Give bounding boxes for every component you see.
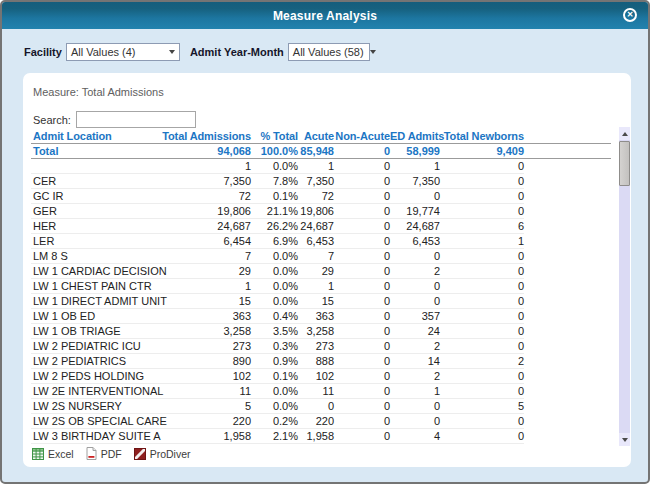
cell-pct-total: 0.1% [251,368,298,383]
cell-admit-location: LW 1 DIRECT ADMIT UNIT [31,293,156,308]
cell-filler [524,263,611,278]
column-header-pct-total[interactable]: % Total [251,129,298,143]
column-header-filler [524,129,611,143]
cell-filler [524,323,611,338]
chevron-down-icon [169,50,175,54]
export-excel-label: Excel [48,448,74,460]
cell-ed-admits: 6,453 [390,233,440,248]
cell-ed-admits: 1 [390,383,440,398]
column-header-total-newborns[interactable]: Total Newborns [440,129,524,143]
table-row[interactable]: 1 0.0% 1 0 1 0 [31,158,611,173]
cell-ed-admits: 24,687 [390,218,440,233]
cell-pct-total: 0.2% [251,413,298,428]
export-prodiver-link[interactable]: ProDiver [134,448,191,460]
export-prodiver-label: ProDiver [150,448,191,460]
column-header-ed-admits[interactable]: ED Admits [390,129,440,143]
table-row[interactable]: LW 1 DIRECT ADMIT UNIT 15 0.0% 15 0 0 0 [31,293,611,308]
table-row[interactable]: LW 1 CARDIAC DECISION 29 0.0% 29 0 2 0 [31,263,611,278]
cell-non-acute: 0 [334,233,390,248]
export-excel-link[interactable]: Excel [32,448,74,460]
cell-filler [524,248,611,263]
pdf-icon [86,447,97,460]
cell-filler [524,173,611,188]
total-cell-non-acute: 0 [334,143,390,158]
cell-ed-admits: 19,774 [390,203,440,218]
scrollbar-thumb[interactable] [619,141,630,186]
table-row[interactable]: LW 1 OB ED 363 0.4% 363 0 357 0 [31,308,611,323]
cell-admit-location: GC IR [31,188,156,203]
table-row[interactable]: LW 2E INTERVENTIONAL 11 0.0% 11 0 1 0 [31,383,611,398]
vertical-scrollbar[interactable] [619,127,630,446]
excel-icon [32,448,44,460]
column-header-admit-location[interactable]: Admit Location [31,129,156,143]
cell-total-admissions: 15 [156,293,251,308]
cell-acute: 1 [298,278,334,293]
admit-year-month-dropdown[interactable]: All Values (58) [288,43,370,61]
cell-filler [524,293,611,308]
scroll-down-icon[interactable] [619,433,630,446]
cell-total-newborns: 0 [440,413,524,428]
cell-acute: 15 [298,293,334,308]
cell-total-newborns: 0 [440,203,524,218]
scroll-up-icon[interactable] [619,127,630,140]
cell-admit-location: LW 2 PEDIATRIC ICU [31,338,156,353]
cell-total-admissions: 1 [156,278,251,293]
cell-total-admissions: 19,806 [156,203,251,218]
table-row[interactable]: LW 1 CHEST PAIN CTR 1 0.0% 1 0 0 0 [31,278,611,293]
admit-year-month-dropdown-value: All Values (58) [293,46,364,58]
cell-acute: 1 [298,158,334,173]
cell-total-admissions: 24,687 [156,218,251,233]
close-icon[interactable]: ✕ [623,8,637,22]
cell-pct-total: 3.5% [251,323,298,338]
cell-pct-total: 26.2% [251,218,298,233]
cell-non-acute: 0 [334,428,390,443]
table-row[interactable]: LW 2 PEDIATRICS 890 0.9% 888 0 14 2 [31,353,611,368]
cell-ed-admits: 0 [390,278,440,293]
table-row[interactable]: GER 19,806 21.1% 19,806 0 19,774 0 [31,203,611,218]
cell-filler [524,188,611,203]
cell-acute: 7,350 [298,173,334,188]
cell-pct-total: 0.4% [251,308,298,323]
cell-acute: 273 [298,338,334,353]
table-row[interactable]: LER 6,454 6.9% 6,453 0 6,453 1 [31,233,611,248]
table-row[interactable]: LW 2 PEDS HOLDING 102 0.1% 102 0 2 0 [31,368,611,383]
cell-acute: 363 [298,308,334,323]
table-row[interactable]: CER 7,350 7.8% 7,350 0 7,350 0 [31,173,611,188]
cell-total-admissions: 6,454 [156,233,251,248]
cell-admit-location: LM 8 S [31,248,156,263]
export-bar: Excel PDF ProDiver [32,447,203,460]
facility-dropdown[interactable]: All Values (4) [66,43,180,61]
search-input[interactable] [76,111,196,128]
column-header-acute[interactable]: Acute [298,129,334,143]
cell-total-admissions: 1,958 [156,428,251,443]
cell-pct-total: 21.1% [251,203,298,218]
cell-total-newborns: 6 [440,218,524,233]
table-total-row[interactable]: Total 94,068 100.0% 85,948 0 58,999 9,40… [31,143,611,158]
table-row[interactable]: LW 1 OB TRIAGE 3,258 3.5% 3,258 0 24 0 [31,323,611,338]
table-row[interactable]: LW 2S NURSERY 5 0.0% 0 0 0 5 [31,398,611,413]
cell-non-acute: 0 [334,278,390,293]
cell-admit-location: LW 2E INTERVENTIONAL [31,383,156,398]
column-header-total-admissions[interactable]: Total Admissions [156,129,251,143]
table-row[interactable]: LM 8 S 7 0.0% 7 0 0 0 [31,248,611,263]
cell-admit-location: LW 2S OB SPECIAL CARE [31,413,156,428]
cell-total-newborns: 0 [440,338,524,353]
export-pdf-link[interactable]: PDF [86,447,122,460]
cell-pct-total: 0.9% [251,353,298,368]
cell-total-newborns: 5 [440,398,524,413]
table-row[interactable]: LW 2 PEDIATRIC ICU 273 0.3% 273 0 2 0 [31,338,611,353]
cell-ed-admits: 2 [390,338,440,353]
cell-non-acute: 0 [334,398,390,413]
dialog-titlebar: Measure Analysis ✕ [2,2,648,29]
cell-total-newborns: 0 [440,188,524,203]
total-cell-acute: 85,948 [298,143,334,158]
cell-non-acute: 0 [334,323,390,338]
cell-pct-total: 0.0% [251,248,298,263]
table-row[interactable]: LW 3 BIRTHDAY SUITE A 1,958 2.1% 1,958 0… [31,428,611,443]
total-cell-admit-location: Total [31,143,156,158]
cell-acute: 24,687 [298,218,334,233]
column-header-non-acute[interactable]: Non-Acute [334,129,390,143]
table-row[interactable]: HER 24,687 26.2% 24,687 0 24,687 6 [31,218,611,233]
table-row[interactable]: LW 2S OB SPECIAL CARE 220 0.2% 220 0 0 0 [31,413,611,428]
table-row[interactable]: GC IR 72 0.1% 72 0 0 0 [31,188,611,203]
